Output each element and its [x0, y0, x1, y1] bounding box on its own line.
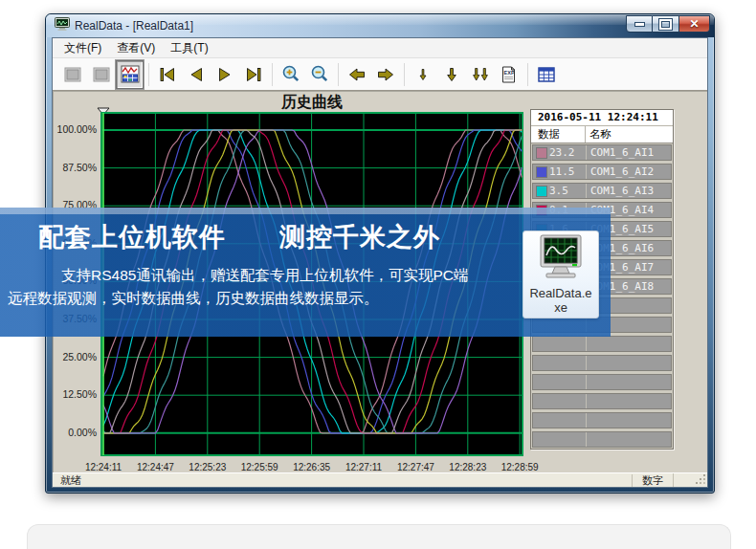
column-header-data: 数据 [538, 126, 560, 143]
promo-body-line2: 远程数据观测，实时数据曲线，历史数据曲线数据显示。 [8, 287, 611, 310]
column-divider [586, 432, 587, 447]
go-first-button[interactable] [153, 60, 181, 89]
arrow-right-icon [375, 64, 396, 85]
data-table-icon [536, 64, 557, 85]
toolbar-blank-button-1[interactable] [58, 60, 86, 89]
y-axis-label: 12.50% [53, 388, 97, 400]
menu-bar: 文件(F) 查看(V) 工具(T) [53, 38, 707, 58]
y-axis-label: 25.00% [53, 351, 97, 362]
next-section-card [27, 524, 731, 549]
arrow-down-double-icon [470, 64, 491, 85]
series-name: COM1_6_AI3 [590, 185, 654, 197]
svg-text:EXP: EXP [503, 70, 514, 76]
arrow-left-icon [346, 64, 367, 85]
y-axis-label: 100.00% [53, 123, 97, 135]
go-next-button[interactable] [211, 60, 238, 89]
x-axis-label: 12:24:11 [78, 462, 129, 472]
zoom-out-button[interactable] [305, 60, 333, 89]
toolbar-separator [404, 63, 405, 86]
arrow-down-small-icon [412, 64, 434, 85]
export-button[interactable]: EXP [495, 60, 523, 89]
realdata-exe-icon-card[interactable]: RealData.e xe [523, 231, 599, 318]
go-previous-button[interactable] [182, 60, 210, 89]
column-header-name: 名称 [589, 126, 611, 143]
column-divider [586, 145, 587, 160]
blank-icon [62, 64, 83, 85]
zoom-in-button[interactable] [277, 60, 304, 89]
toolbar-separator [338, 63, 339, 86]
cursor-timestamp: 2016-05-11 12:24:11 [531, 110, 673, 126]
toolbar-separator [148, 63, 149, 86]
title-bar[interactable]: RealData - [RealData1] ✕ [46, 14, 714, 37]
table-row[interactable] [532, 374, 672, 390]
series-color-swatch [536, 147, 547, 159]
column-divider [586, 375, 587, 389]
series-value: 3.5 [549, 185, 568, 197]
go-last-icon [243, 64, 264, 85]
icon-label-line1: RealData.e [523, 286, 598, 300]
series-color-swatch [536, 166, 547, 178]
go-previous-icon [186, 64, 207, 85]
table-row[interactable]: 23.2COM1_6_AI1 [532, 144, 672, 161]
series-value: 11.5 [549, 165, 575, 178]
go-last-button[interactable] [239, 60, 267, 89]
zoom-out-icon [309, 64, 330, 85]
table-row[interactable] [532, 336, 672, 352]
status-mode: 数字 [632, 474, 673, 487]
x-axis-label: 12:28:59 [494, 462, 545, 472]
toolbar: EXP [53, 58, 707, 91]
export-icon: EXP [499, 64, 520, 85]
pan-left-button[interactable] [343, 60, 370, 89]
table-row[interactable] [532, 431, 672, 448]
column-divider [585, 126, 586, 143]
y-axis-label: 0.00% [53, 427, 97, 438]
go-first-icon [157, 64, 178, 85]
toolbar-separator [272, 63, 273, 86]
x-axis-label: 12:27:47 [389, 462, 441, 472]
app-icon [55, 17, 70, 34]
table-row[interactable] [532, 412, 672, 428]
table-row[interactable]: 11.5COM1_6_AI2 [532, 164, 672, 180]
series-color-swatch [536, 186, 547, 197]
x-axis-label: 12:25:23 [182, 462, 233, 472]
menu-file[interactable]: 文件(F) [56, 39, 109, 57]
series-value: 23.2 [549, 146, 575, 159]
icon-label-line2: xe [523, 300, 598, 315]
pan-right-button[interactable] [371, 60, 399, 89]
column-divider [586, 394, 587, 408]
column-divider [586, 356, 587, 370]
status-spacer [673, 473, 695, 487]
minimize-button[interactable] [626, 15, 653, 33]
series-name: COM1_6_AI1 [590, 146, 654, 159]
table-row[interactable]: 3.5COM1_6_AI3 [532, 183, 672, 199]
window-title: RealData - [RealData1] [75, 19, 193, 33]
history-curve-view-button[interactable] [116, 60, 144, 89]
column-divider [586, 184, 587, 198]
menu-view[interactable]: 查看(V) [109, 39, 163, 57]
minimize-icon [634, 22, 645, 27]
go-next-icon [214, 64, 235, 85]
close-icon: ✕ [689, 18, 699, 30]
chart-title: 历史曲线 [100, 93, 523, 113]
data-table-view-button[interactable] [532, 60, 560, 89]
x-axis-label: 12:27:11 [338, 462, 389, 472]
cursor-down-double-button[interactable] [466, 60, 494, 89]
resize-grip-icon[interactable] [695, 474, 706, 486]
maximize-button[interactable] [653, 15, 679, 33]
column-divider [586, 165, 587, 179]
column-divider [586, 413, 587, 428]
status-text: 就绪 [53, 474, 632, 487]
x-axis-label: 12:26:35 [286, 462, 338, 472]
table-row[interactable] [532, 393, 672, 409]
close-button[interactable]: ✕ [679, 15, 710, 33]
toolbar-blank-button-2[interactable] [87, 60, 115, 89]
promo-banner: 配套上位机软件 测控千米之外 支持RS485通讯输出，赠送配套专用上位机软件，可… [0, 208, 611, 337]
x-axis-label: 12:24:47 [129, 462, 181, 472]
cursor-down-button[interactable] [437, 60, 465, 89]
cursor-down-small-button[interactable] [409, 60, 436, 89]
table-row[interactable] [532, 355, 672, 371]
menu-tools[interactable]: 工具(T) [163, 39, 215, 57]
x-axis-label: 12:28:23 [442, 462, 494, 472]
zoom-in-icon [280, 64, 301, 85]
series-name: COM1_6_AI2 [590, 165, 654, 178]
